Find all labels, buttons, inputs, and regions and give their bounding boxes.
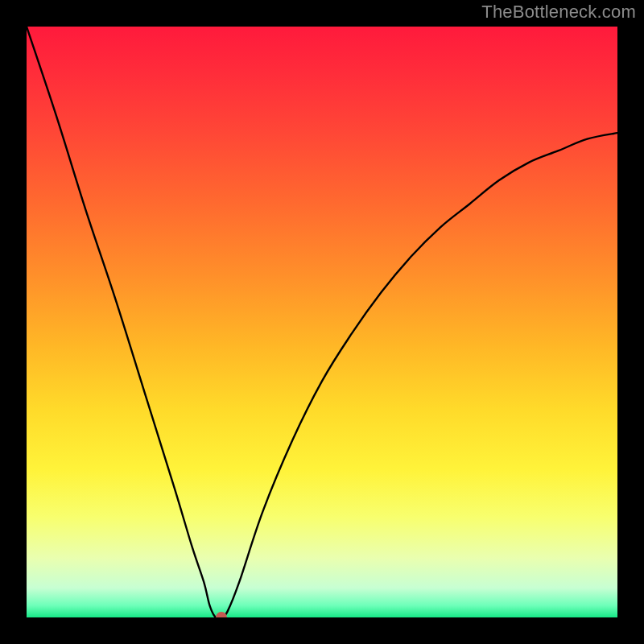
watermark-text: TheBottleneck.com bbox=[481, 2, 636, 23]
marker-dot bbox=[216, 612, 227, 617]
curve-svg bbox=[27, 27, 617, 617]
chart-frame: TheBottleneck.com bbox=[0, 0, 644, 644]
curve-path bbox=[27, 27, 617, 617]
plot-area bbox=[27, 27, 617, 617]
